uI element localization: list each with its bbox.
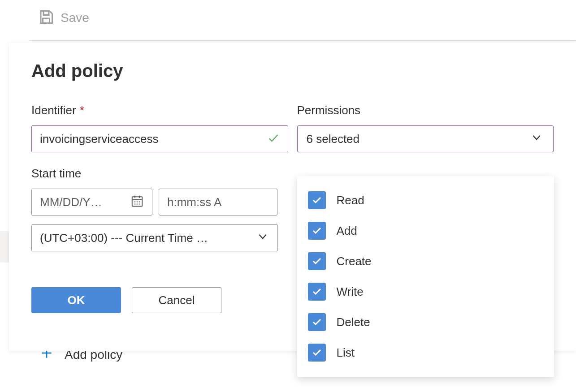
permission-label: Add bbox=[337, 224, 357, 238]
permission-option-add[interactable]: Add bbox=[297, 215, 554, 246]
checkmark-icon bbox=[267, 132, 280, 146]
timezone-value: (UTC+03:00) --- Current Time … bbox=[40, 231, 208, 245]
identifier-column: Identifier * Start time MM/DD/Y… bbox=[31, 103, 288, 313]
identifier-input-wrap[interactable] bbox=[31, 125, 288, 152]
ok-button[interactable]: OK bbox=[31, 287, 121, 313]
start-time-label: Start time bbox=[31, 167, 288, 181]
permissions-label-text: Permissions bbox=[297, 103, 361, 117]
date-placeholder: MM/DD/Y… bbox=[40, 195, 102, 209]
identifier-input[interactable] bbox=[40, 132, 267, 146]
panel-title: Add policy bbox=[31, 61, 554, 81]
permission-option-delete[interactable]: Delete bbox=[297, 307, 554, 337]
cancel-button[interactable]: Cancel bbox=[132, 287, 221, 313]
toolbar-divider bbox=[29, 40, 576, 41]
datetime-row: MM/DD/Y… h:mm:ss A bbox=[31, 189, 288, 215]
save-icon bbox=[38, 9, 54, 27]
permission-option-create[interactable]: Create bbox=[297, 246, 554, 276]
permissions-label: Permissions bbox=[297, 103, 554, 117]
timezone-select[interactable]: (UTC+03:00) --- Current Time … bbox=[31, 224, 278, 251]
date-input[interactable]: MM/DD/Y… bbox=[31, 189, 152, 215]
chevron-down-icon bbox=[257, 231, 269, 246]
permissions-column: Permissions 6 selected Read bbox=[297, 103, 554, 313]
checkbox-checked-icon bbox=[308, 222, 326, 240]
background-strip bbox=[0, 231, 9, 263]
permission-label: Delete bbox=[337, 315, 370, 329]
save-button[interactable]: Save bbox=[61, 11, 89, 25]
start-time-label-text: Start time bbox=[31, 167, 81, 181]
form-row: Identifier * Start time MM/DD/Y… bbox=[31, 103, 554, 313]
permissions-select[interactable]: 6 selected bbox=[297, 125, 554, 152]
permission-label: Create bbox=[337, 254, 372, 268]
chevron-down-icon bbox=[531, 132, 542, 146]
permission-label: List bbox=[337, 346, 355, 360]
permission-label: Read bbox=[337, 194, 364, 207]
identifier-label-text: Identifier bbox=[31, 103, 76, 117]
permissions-dropdown: Read Add Create bbox=[297, 176, 554, 377]
button-row: OK Cancel bbox=[31, 287, 288, 313]
checkbox-checked-icon bbox=[308, 313, 326, 331]
toolbar: Save bbox=[0, 0, 576, 36]
checkbox-checked-icon bbox=[308, 344, 326, 362]
permission-option-write[interactable]: Write bbox=[297, 276, 554, 307]
required-asterisk: * bbox=[80, 103, 84, 117]
permission-label: Write bbox=[337, 285, 364, 299]
checkbox-checked-icon bbox=[308, 191, 326, 209]
calendar-icon bbox=[130, 194, 144, 211]
permission-option-list[interactable]: List bbox=[297, 337, 554, 368]
permission-option-read[interactable]: Read bbox=[297, 185, 554, 215]
time-input[interactable]: h:mm:ss A bbox=[159, 189, 277, 215]
permissions-summary: 6 selected bbox=[307, 132, 360, 146]
identifier-label: Identifier * bbox=[31, 103, 288, 117]
time-placeholder: h:mm:ss A bbox=[167, 195, 221, 209]
checkbox-checked-icon bbox=[308, 252, 326, 270]
add-policy-panel: Add policy Identifier * Start time MM/DD… bbox=[9, 43, 576, 351]
checkbox-checked-icon bbox=[308, 283, 326, 301]
